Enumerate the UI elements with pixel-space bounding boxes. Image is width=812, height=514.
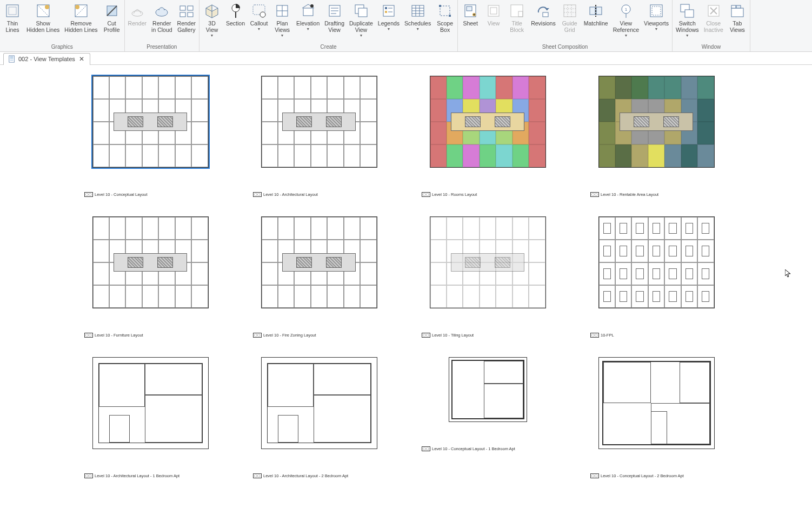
view-title-mark-icon: ▢▢ <box>422 192 430 197</box>
drafting-view-button[interactable]: Drafting View <box>322 1 347 34</box>
ribbon-button-label: Thin Lines <box>5 20 19 33</box>
plan-views-button[interactable]: Plan Views▼ <box>271 1 294 38</box>
schedules-button[interactable]: Schedules▼ <box>402 1 433 32</box>
chevron-down-icon: ▼ <box>416 27 420 31</box>
tab-views-button[interactable]: Tab Views <box>726 1 749 34</box>
ribbon-button-label: Show Hidden Lines <box>26 20 59 33</box>
ribbon-group: RenderRender in CloudRender GalleryPrese… <box>125 0 199 51</box>
ribbon-button-label: Elevation <box>296 20 320 27</box>
ribbon-button-label: Close Inactive <box>704 20 723 33</box>
show-hidden-icon <box>35 3 51 19</box>
svg-rect-0 <box>6 5 18 17</box>
tab-views-icon <box>729 3 746 19</box>
ribbon-button-label: View Reference <box>613 20 639 33</box>
view-title-mark-icon: ▢▢ <box>590 473 599 478</box>
floor-plan-view[interactable] <box>598 216 715 308</box>
ribbon: Thin LinesShow Hidden LinesRemove Hidden… <box>0 0 812 52</box>
svg-rect-43 <box>449 15 451 17</box>
thin-lines-button[interactable]: Thin Lines <box>1 1 24 34</box>
duplicate-view-button[interactable]: Duplicate View▼ <box>347 1 375 38</box>
view-title-mark-icon: ▢▢ <box>590 333 599 338</box>
svg-rect-33 <box>385 11 387 13</box>
section-button[interactable]: Section <box>224 1 247 28</box>
sheet-button[interactable]: Sheet <box>459 1 482 28</box>
floor-plan-view[interactable] <box>92 216 209 308</box>
legends-button[interactable]: Legends▼ <box>376 1 402 32</box>
guide-grid-button: Guide Grid <box>558 1 581 34</box>
cut-profile-button[interactable]: Cut Profile <box>101 1 123 34</box>
legends-icon <box>381 3 397 19</box>
floor-plan-view[interactable] <box>598 357 715 449</box>
chevron-down-icon: ▼ <box>306 27 310 31</box>
ribbon-group-label: Create <box>201 43 456 51</box>
ribbon-button-label: 3D View <box>206 20 218 33</box>
svg-rect-42 <box>439 5 441 7</box>
view-cell: ▢▢Level 10 - Furniture Layout <box>80 216 221 357</box>
view-cell: ▢▢Level 10 - Fire Zoning Layout <box>249 216 389 357</box>
matchline-icon <box>588 3 604 19</box>
3d-view-button[interactable]: 3D View▼ <box>201 1 223 38</box>
ribbon-button-label: Matchline <box>584 20 608 27</box>
floor-plan-view[interactable] <box>430 76 546 168</box>
view-title: ▢▢Level 10 - Architectural Layout - 2 Be… <box>253 473 348 478</box>
thin-lines-icon <box>4 3 21 19</box>
view-cell: ▢▢10-FPL <box>586 216 727 357</box>
floor-plan-view[interactable] <box>92 357 209 449</box>
view-cell: ▢▢Level 10 - Conceptual Layout - 1 Bedro… <box>417 357 558 498</box>
switch-windows-button[interactable]: Switch Windows▼ <box>674 1 701 38</box>
chevron-down-icon: ▼ <box>685 34 689 37</box>
cursor-icon <box>785 269 791 278</box>
viewports-icon <box>648 3 664 19</box>
document-tab[interactable]: 002 - View Templates ✕ <box>3 53 90 65</box>
sheet-canvas[interactable]: ▢▢Level 10 - Conceptual Layout▢▢Level 10… <box>0 65 812 514</box>
ribbon-button-label: Legends <box>378 20 400 27</box>
view-grid: ▢▢Level 10 - Conceptual Layout▢▢Level 10… <box>80 76 727 498</box>
svg-point-23 <box>310 4 314 8</box>
view-title: ▢▢Level 10 - Furniture Layout <box>84 333 143 338</box>
remove-hidden-button[interactable]: Remove Hidden Lines <box>62 1 99 34</box>
ribbon-button-label: Scope Box <box>437 20 453 33</box>
view-title-text: Level 10 - Rentable Area Layout <box>601 192 658 197</box>
view-title-text: Level 10 - Conceptual Layout - 1 Bedroom… <box>432 446 515 451</box>
svg-rect-12 <box>188 6 193 10</box>
floor-plan-view[interactable] <box>261 76 377 168</box>
view-title-mark-icon: ▢▢ <box>84 473 93 478</box>
render-gallery-button[interactable]: Render Gallery <box>175 1 198 34</box>
svg-rect-76 <box>10 57 14 58</box>
render-gallery-icon <box>178 3 195 19</box>
close-icon[interactable]: ✕ <box>78 55 85 63</box>
guide-grid-icon <box>562 3 578 19</box>
ribbon-button-label: Render in Cloud <box>151 20 172 33</box>
ribbon-group: SheetViewTitle BlockRevisionsGuide GridM… <box>458 0 673 51</box>
callout-button[interactable]: Callout▼ <box>248 1 270 32</box>
floor-plan-view[interactable] <box>598 76 715 168</box>
ribbon-button-label: Duplicate View <box>349 20 373 33</box>
floor-plan-view[interactable] <box>261 357 377 449</box>
viewports-button[interactable]: Viewports▼ <box>642 1 671 32</box>
view-icon <box>485 3 502 19</box>
close-inactive-icon <box>705 3 722 19</box>
svg-text:1: 1 <box>625 7 628 12</box>
matchline-button[interactable]: Matchline <box>582 1 610 28</box>
show-hidden-button[interactable]: Show Hidden Lines <box>24 1 62 34</box>
svg-point-4 <box>45 5 49 9</box>
svg-rect-14 <box>188 12 193 17</box>
view-cell: ▢▢Level 10 - Architectural Layout <box>249 76 389 216</box>
floor-plan-view[interactable] <box>449 357 527 422</box>
view-title-text: Level 10 - Furniture Layout <box>95 333 143 338</box>
svg-rect-74 <box>736 5 741 8</box>
document-tab-strip: 002 - View Templates ✕ <box>0 52 812 65</box>
ribbon-button-label: Title Block <box>510 20 524 33</box>
floor-plan-view[interactable] <box>92 76 209 168</box>
elevation-button[interactable]: Elevation▼ <box>294 1 322 32</box>
view-title-mark-icon: ▢▢ <box>253 473 262 478</box>
render-cloud-button[interactable]: Render in Cloud <box>149 1 175 34</box>
view-button: View <box>482 1 505 28</box>
revisions-button[interactable]: Revisions <box>529 1 558 28</box>
floor-plan-view[interactable] <box>261 216 377 308</box>
scope-box-button[interactable]: Scope Box <box>434 1 456 34</box>
view-title-text: Level 10 - Fire Zoning Layout <box>263 333 316 338</box>
view-reference-button[interactable]: 1View Reference▼ <box>611 1 641 38</box>
ribbon-group: 3D View▼SectionCallout▼Plan Views▼Elevat… <box>199 0 458 51</box>
floor-plan-view[interactable] <box>430 216 546 308</box>
